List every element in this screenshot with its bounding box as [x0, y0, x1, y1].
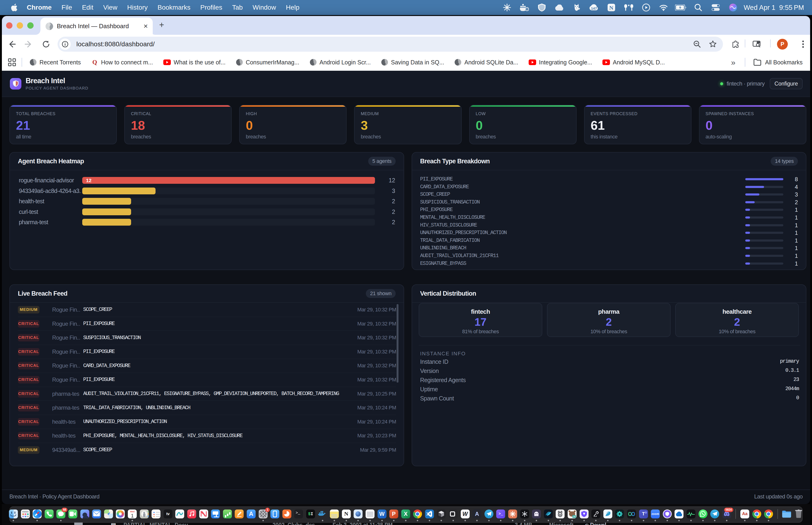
svg-text:N: N — [610, 5, 614, 11]
svg-text:147: 147 — [591, 6, 597, 10]
svg-text:!: ! — [526, 8, 527, 11]
